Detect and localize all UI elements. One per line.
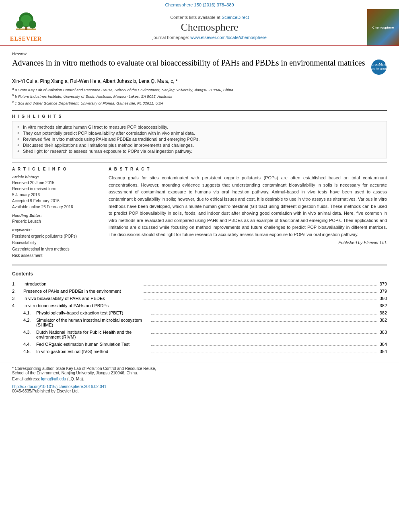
elsevier-logo: ELSEVIER <box>10 12 42 42</box>
email-line: E-mail address: lqma@ufl.edu (LQ. Ma). <box>12 377 387 381</box>
toc-dots-7 <box>151 328 378 334</box>
toc-page-2: 379 <box>380 289 387 294</box>
affiliation-a: a a State Key Lab of Pollution Control a… <box>12 86 387 93</box>
toc-page-1: 379 <box>380 281 387 286</box>
toc-item-3: 3. In vivo bioavailability of PAHs and P… <box>12 294 387 301</box>
toc-dots-4 <box>143 302 378 307</box>
doi-link[interactable]: http://dx.doi.org/10.1016/j.chemosphere.… <box>12 384 107 389</box>
footer-section: * Corresponding author. State Key Lab of… <box>0 362 399 397</box>
svg-text:click for updates: click for updates <box>371 67 387 70</box>
contents-title: Contents <box>12 271 387 277</box>
editor-group: Handling Editor: Frederic Leusch <box>12 213 101 224</box>
toc-page-7: 383 <box>380 330 387 335</box>
article-section: Review Advances in in vitro methods to e… <box>0 46 399 265</box>
toc-num-8: 4.4. <box>23 342 36 347</box>
elsevier-wordmark: ELSEVIER <box>10 36 42 42</box>
toc-dots-8 <box>151 340 378 346</box>
crossmark-badge[interactable]: CrossMark click for updates <box>371 59 387 75</box>
toc-page-5: 382 <box>380 310 387 315</box>
keywords-label: Keywords: <box>12 228 101 232</box>
toc-dots-6 <box>151 316 378 322</box>
email-note: (LQ. Ma). <box>67 377 84 381</box>
toc-num-3: 3. <box>12 296 23 301</box>
email-link[interactable]: lqma@ufl.edu <box>41 377 66 381</box>
elsevier-logo-container: ELSEVIER <box>0 9 52 45</box>
article-title: Advances in in vitro methods to evaluate… <box>12 58 367 68</box>
toc-page-9: 384 <box>380 349 387 354</box>
abstract-divider <box>12 265 387 265</box>
contents-section: Contents 1. Introduction 379 2. Presence… <box>0 271 399 354</box>
highlights-divider <box>12 162 387 163</box>
citation-text: Chemosphere 150 (2016) 378–389 <box>165 2 234 7</box>
affiliations-block: a a State Key Lab of Pollution Control a… <box>12 86 387 106</box>
abstract-text: Cleanup goals for sites contaminated wit… <box>109 175 387 238</box>
toc-num-4: 4. <box>12 303 23 308</box>
received-value: Received 20 June 2015 <box>12 180 101 186</box>
highlight-1: In vitro methods simulate human GI tract… <box>17 125 382 129</box>
sciencedirect-link[interactable]: ScienceDirect <box>222 15 249 20</box>
toc-dots-5 <box>151 309 378 314</box>
editor-value: Frederic Leusch <box>12 218 101 224</box>
sciencedirect-line: Contents lists available at ScienceDirec… <box>170 15 249 20</box>
toc-title-4: In vitro bioaccessibility of PAHs and PB… <box>23 303 141 308</box>
journal-homepage-link[interactable]: www.elsevier.com/locate/chemosphere <box>190 35 267 40</box>
keyword-4: Risk assessment <box>12 253 101 259</box>
toc-item-1: 1. Introduction 379 <box>12 280 387 286</box>
svg-point-5 <box>29 21 36 29</box>
issn-line: 0045-6535/Published by Elsevier Ltd. <box>12 389 387 393</box>
highlights-box: In vitro methods simulate human GI tract… <box>12 121 387 158</box>
article-type-label: Review <box>12 51 387 56</box>
citation-bar: Chemosphere 150 (2016) 378–389 <box>0 0 399 9</box>
toc-title-7: Dutch National Institute for Public Heal… <box>36 330 150 339</box>
highlights-label: H I G H L I G H T S <box>12 114 387 119</box>
corresponding-note: * Corresponding author. State Key Lab of… <box>12 366 387 375</box>
available-value: Available online 26 February 2016 <box>12 204 101 210</box>
toc-num-6: 4.2. <box>23 318 36 322</box>
journal-center: Contents lists available at ScienceDirec… <box>52 9 367 45</box>
abstract-label: A B S T R A C T <box>109 167 387 171</box>
editor-label: Handling Editor: <box>12 213 101 218</box>
revised-value: Received in revised form5 January 2016 <box>12 186 101 198</box>
toc-page-4: 382 <box>380 303 387 308</box>
journal-header: ELSEVIER Contents lists available at Sci… <box>0 9 399 46</box>
history-label: Article history: <box>12 175 101 179</box>
toc-dots-1 <box>143 280 378 286</box>
toc-num-9: 4.5. <box>23 349 36 354</box>
toc-page-6: 382 <box>380 318 387 322</box>
highlight-4: Discussed their applications and limitat… <box>17 143 382 148</box>
info-abstract-block: A R T I C L E I N F O Article history: R… <box>12 167 387 259</box>
toc-item-4: 4. In vitro bioaccessibility of PAHs and… <box>12 302 387 308</box>
toc-item-2: 2. Presence of PAHs and PBDEs in the env… <box>12 287 387 294</box>
crossmark-icon: CrossMark click for updates <box>371 59 387 75</box>
toc-title-9: In vitro gastrointestinal (IVG) method <box>36 349 150 354</box>
journal-title: Chemosphere <box>181 21 239 33</box>
journal-homepage-line: journal homepage: www.elsevier.com/locat… <box>152 35 267 40</box>
journal-cover-image: Chemosphere <box>367 9 399 45</box>
toc-title-5: Physiologically-based extraction test (P… <box>36 310 150 315</box>
title-divider <box>12 110 387 111</box>
email-label: E-mail address: <box>12 377 40 381</box>
affiliation-b: b b Future Industries Institute, Univers… <box>12 93 387 99</box>
history-group: Article history: Received 20 June 2015 R… <box>12 175 101 210</box>
toc-title-2: Presence of PAHs and PBDEs in the enviro… <box>23 289 141 294</box>
toc-title-8: Fed ORganic estimation human Simulation … <box>36 342 150 347</box>
toc-item-6: 4.2. Simulator of the human intestinal m… <box>12 316 387 327</box>
toc-num-2: 2. <box>12 289 23 294</box>
toc-item-9: 4.5. In vitro gastrointestinal (IVG) met… <box>12 347 387 354</box>
highlight-5: Shed light for research to assess human … <box>17 149 382 154</box>
toc-title-6: Simulator of the human intestinal microb… <box>36 318 150 327</box>
toc-page-3: 380 <box>380 296 387 301</box>
toc-dots-9 <box>151 347 378 353</box>
elsevier-tree-icon <box>14 12 38 35</box>
toc-item-7: 4.3. Dutch National Institute for Public… <box>12 328 387 339</box>
keyword-3: Gastrointestinal in vitro methods <box>12 246 101 253</box>
toc-page-8: 384 <box>380 342 387 347</box>
keyword-2: Bioavailability <box>12 240 101 246</box>
toc-num-7: 4.3. <box>23 330 36 335</box>
article-info-label: A R T I C L E I N F O <box>12 167 101 171</box>
authors-line: Xin-Yi Cui a, Ping Xiang a, Rui-Wen He a… <box>12 78 387 84</box>
toc-num-5: 4.1. <box>23 310 36 315</box>
highlight-3: Reviewed five in vitro methods using PAH… <box>17 137 382 142</box>
toc-dots-3 <box>143 294 378 300</box>
authors-text: Xin-Yi Cui a, Ping Xiang a, Rui-Wen He a… <box>12 78 178 84</box>
